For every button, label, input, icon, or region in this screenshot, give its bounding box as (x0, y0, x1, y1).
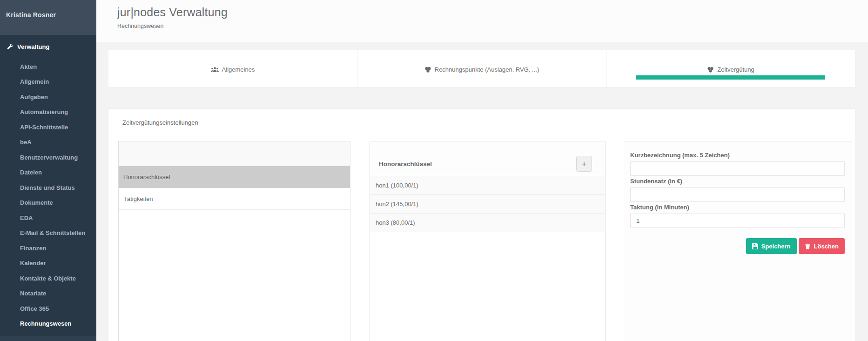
form-group: Kurzbezeichnung (max. 5 Zeichen) (630, 152, 845, 176)
sidebar-section-label: Verwaltung (17, 43, 49, 50)
list-item-label: hon1 (100,00/1) (376, 182, 418, 189)
page-heading: jur|nodes Verwaltung Rechnungswesen (96, 0, 868, 42)
content-panel: Zeitvergütungseinstellungen Honorarschlü… (108, 108, 855, 341)
sidebar-item[interactable]: Finanzen (0, 241, 96, 256)
sidebar-item-label: Kontakte & Objekte (20, 275, 76, 282)
sidebar-item-label: Dienste und Status (20, 184, 75, 191)
tab-zeitverguetung[interactable]: Zeitvergütung (606, 50, 855, 87)
nodes-icon (707, 67, 714, 73)
field-input[interactable] (630, 161, 845, 176)
field-input[interactable] (630, 187, 845, 202)
honorarschluessel-list: hon1 (100,00/1) hon2 (145,00/1) hon3 (80… (370, 176, 605, 232)
form-fields: Kurzbezeichnung (max. 5 Zeichen) Stunden… (630, 152, 845, 228)
sidebar-item[interactable]: E-Mail & Schnittstellen (0, 226, 96, 241)
form-group: Stundensatz (in €) (630, 178, 845, 202)
tab-label: Rechnungspunkte (Auslagen, RVG, ...) (435, 66, 539, 73)
sidebar: Kristina Rosner Verwaltung Akten Allgeme… (0, 0, 96, 341)
sidebar-item-label: Kalender (20, 260, 46, 267)
tab-label: Allgemeines (222, 66, 255, 73)
wrench-icon (7, 44, 13, 50)
category-item[interactable]: Tätigkeiten (119, 188, 350, 210)
sidebar-bottom-strip (0, 336, 96, 341)
list-item[interactable]: hon3 (80,00/1) (370, 214, 605, 232)
tab-allgemeines[interactable]: Allgemeines (108, 50, 357, 87)
sidebar-nav: Verwaltung Akten Allgemein Aufgaben Auto… (0, 35, 96, 336)
sidebar-item-label: E-Mail & Schnittstellen (20, 229, 85, 236)
honorarschluessel-panel: Honorarschlüssel + hon1 (100,00/1) hon2 … (370, 141, 606, 341)
category-item-label: Honorarschlüssel (123, 174, 170, 181)
section-title: Zeitvergütungseinstellungen (122, 119, 198, 126)
form-actions: Speichern Löschen (630, 238, 845, 254)
sidebar-item[interactable]: Akten (0, 59, 96, 74)
sidebar-item-label: Office 365 (20, 305, 49, 312)
sidebar-item[interactable]: API-Schnittstelle (0, 120, 96, 135)
sidebar-item[interactable]: Benutzerverwaltung (0, 150, 96, 165)
field-label: Taktung (in Minuten) (630, 204, 845, 211)
list-item[interactable]: hon2 (145,00/1) (370, 195, 605, 214)
delete-button[interactable]: Löschen (799, 238, 845, 254)
users-icon (211, 67, 219, 73)
sidebar-item[interactable]: Kalender (0, 256, 96, 271)
sidebar-item[interactable]: Notariate (0, 286, 96, 301)
category-list-header (119, 141, 350, 166)
sidebar-item[interactable]: Dienste und Status (0, 180, 96, 195)
sidebar-item-label: Akten (20, 63, 37, 70)
sidebar-item[interactable]: Kontakte & Objekte (0, 271, 96, 286)
sidebar-item-label: Benutzerverwaltung (20, 154, 78, 161)
category-list-panel: Honorarschlüssel Tätigkeiten (118, 141, 350, 341)
delete-button-label: Löschen (814, 243, 839, 250)
sidebar-item-label: Aufgaben (20, 94, 48, 100)
category-item-label: Tätigkeiten (123, 195, 153, 202)
sidebar-item[interactable]: beA (0, 135, 96, 150)
user-profile[interactable]: Kristina Rosner (0, 0, 96, 35)
tab-label: Zeitvergütung (717, 66, 754, 73)
save-icon (752, 243, 758, 249)
field-input[interactable] (630, 214, 845, 228)
sidebar-item[interactable]: Dokumente (0, 195, 96, 211)
page-title: jur|nodes Verwaltung (117, 6, 868, 19)
trash-icon (805, 243, 811, 249)
tab-rechnungspunkte[interactable]: Rechnungspunkte (Auslagen, RVG, ...) (357, 50, 606, 87)
field-label: Stundensatz (in €) (630, 178, 845, 185)
sidebar-item[interactable]: Aufgaben (0, 89, 96, 105)
plus-icon: + (582, 160, 586, 168)
field-label: Kurzbezeichnung (max. 5 Zeichen) (630, 152, 845, 159)
sidebar-item[interactable]: Automatisierung (0, 105, 96, 120)
sidebar-item[interactable]: Dateien (0, 165, 96, 181)
category-item[interactable]: Honorarschlüssel (119, 166, 350, 188)
sidebar-item-label: beA (20, 139, 32, 146)
sidebar-item-label: EDA (20, 214, 33, 221)
sidebar-menu: Akten Allgemein Aufgaben Automatisierung… (0, 59, 96, 331)
breadcrumb: Rechnungswesen (117, 23, 868, 29)
list-item[interactable]: hon1 (100,00/1) (370, 176, 605, 195)
sidebar-item[interactable]: Office 365 (0, 301, 96, 316)
app-window: Kristina Rosner Verwaltung Akten Allgeme… (0, 0, 868, 341)
sidebar-item-label: Finanzen (20, 245, 46, 252)
sidebar-item[interactable]: Allgemein (0, 74, 96, 90)
nodes-icon (424, 67, 431, 73)
edit-form-panel: Kurzbezeichnung (max. 5 Zeichen) Stunden… (623, 141, 852, 341)
sidebar-item-label: Rechnungswesen (20, 320, 72, 327)
tab-bar: Allgemeines Rechnungspunkte (Auslagen, R… (108, 50, 855, 87)
list-item-label: hon3 (80,00/1) (376, 219, 415, 226)
sidebar-item-label: Automatisierung (20, 108, 68, 115)
add-button[interactable]: + (576, 156, 592, 172)
list-title: Honorarschlüssel (379, 160, 432, 167)
sidebar-item-label: Notariate (20, 290, 46, 297)
list-item-label: hon2 (145,00/1) (376, 201, 418, 207)
sidebar-item-label: Dateien (20, 169, 42, 176)
sidebar-item[interactable]: Rechnungswesen (0, 316, 96, 332)
sidebar-item-label: Dokumente (20, 199, 53, 206)
save-button[interactable]: Speichern (746, 238, 797, 254)
sidebar-item-label: API-Schnittstelle (20, 124, 68, 131)
save-button-label: Speichern (761, 243, 791, 250)
form-group: Taktung (in Minuten) (630, 204, 845, 228)
sidebar-section-verwaltung[interactable]: Verwaltung (0, 40, 96, 53)
honorarschluessel-header: Honorarschlüssel + (370, 141, 605, 176)
main-area: jur|nodes Verwaltung Rechnungswesen Allg… (96, 0, 868, 341)
category-list: Honorarschlüssel Tätigkeiten (119, 166, 350, 210)
sidebar-item-label: Allgemein (20, 78, 49, 85)
user-name: Kristina Rosner (6, 11, 56, 19)
sidebar-item[interactable]: EDA (0, 210, 96, 226)
